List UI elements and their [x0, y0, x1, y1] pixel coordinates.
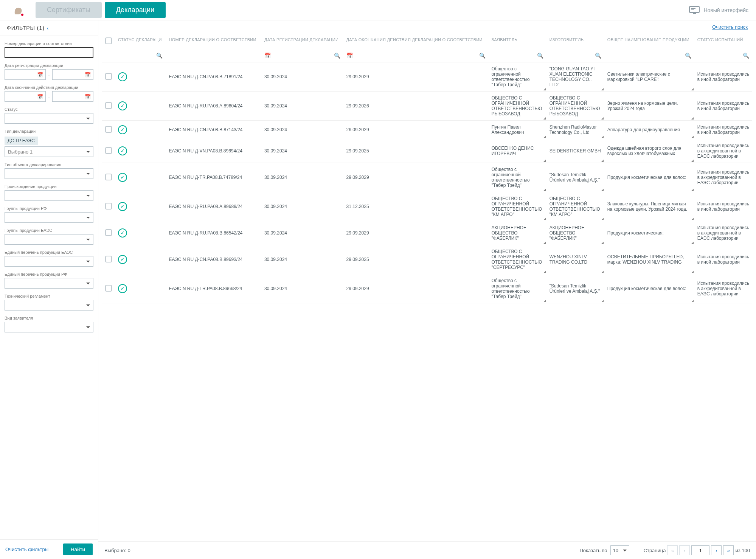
- pager-current[interactable]: [691, 545, 709, 555]
- find-button[interactable]: Найти: [63, 543, 93, 555]
- row-checkbox[interactable]: [105, 126, 112, 133]
- cell-product: Одежда швейная второго слоя для взрослых…: [604, 139, 694, 163]
- filter-groups-eaes-select[interactable]: [5, 234, 93, 245]
- row-checkbox[interactable]: [105, 174, 112, 180]
- page-size-select[interactable]: 10: [610, 545, 629, 555]
- pager-first[interactable]: «: [667, 545, 678, 555]
- table-row[interactable]: ✓ ЕАЭС N RU Д-TR.РА08.В.89668/24 30.09.2…: [102, 274, 752, 303]
- filter-status-select[interactable]: [5, 113, 93, 124]
- filter-reg-date-from[interactable]: 📅: [5, 69, 46, 80]
- select-all-checkbox[interactable]: [105, 37, 112, 44]
- collapse-filters-icon[interactable]: ‹: [47, 25, 48, 31]
- table-row[interactable]: ✓ ЕАЭС N RU Д-CN.РА08.В.87143/24 30.09.2…: [102, 121, 752, 139]
- svg-rect-3: [691, 8, 695, 9]
- calendar-icon: 📅: [85, 72, 91, 78]
- table-row[interactable]: ✓ ЕАЭС N RU Д-RU.РА08.В.86542/24 30.09.2…: [102, 221, 752, 245]
- cell-applicant: ОБЩЕСТВО С ОГРАНИЧЕННОЙ ОТВЕТСТВЕННОСТЬЮ…: [489, 192, 546, 221]
- search-icon: 🔍: [479, 53, 486, 59]
- cell-number: ЕАЭС N RU Д-CN.РА08.В.89693/24: [166, 245, 261, 274]
- cell-end-date: 29.09.2029: [343, 163, 489, 192]
- filter-tech-reg-select[interactable]: [5, 300, 93, 311]
- cell-manufacturer: АКЦИОНЕРНОЕ ОБЩЕСТВО "ФАБЕРЛИК": [546, 221, 604, 245]
- status-ok-icon: ✓: [118, 202, 127, 211]
- cell-test-status: Испытания проводились в аккредитованной …: [694, 274, 752, 303]
- new-interface-toggle[interactable]: Новый интерфейс: [689, 6, 748, 14]
- search-icon: 🔍: [743, 53, 749, 59]
- pager-next[interactable]: ›: [711, 545, 722, 555]
- col-filter-manufacturer[interactable]: 🔍: [550, 51, 601, 61]
- chevron-down-icon: [86, 261, 90, 262]
- row-checkbox[interactable]: [105, 256, 112, 262]
- cell-end-date: 29.09.2025: [343, 245, 489, 274]
- col-filter-end-date[interactable]: 📅🔍: [346, 51, 486, 61]
- search-icon: 🔍: [334, 53, 340, 59]
- clear-search-link[interactable]: Очистить поиск: [712, 24, 748, 30]
- table-row[interactable]: ✓ ЕАЭС N RU Д-RU.РА08.А.89604/24 30.09.2…: [102, 92, 752, 121]
- filter-end-date-to[interactable]: 📅: [52, 91, 93, 102]
- cell-number: ЕАЭС N RU Д-RU.РА08.А.89689/24: [166, 192, 261, 221]
- col-filter-applicant[interactable]: 🔍: [492, 51, 543, 61]
- table-row[interactable]: ✓ ЕАЭС N RU Д-RU.РА08.А.89689/24 30.09.2…: [102, 192, 752, 221]
- filter-reg-date-to[interactable]: 📅: [52, 69, 93, 80]
- pager-prev[interactable]: ‹: [679, 545, 690, 555]
- col-end-date: ДАТА ОКОНЧАНИЯ ДЕЙСТВИЯ ДЕКЛАРАЦИИ О СОО…: [343, 34, 489, 49]
- col-filter-product[interactable]: 🔍: [607, 51, 691, 61]
- col-filter-status[interactable]: 🔍: [118, 51, 163, 61]
- filter-type-select[interactable]: Выбрано 1: [5, 146, 93, 157]
- status-ok-icon: ✓: [118, 255, 127, 264]
- cell-reg-date: 30.09.2024: [261, 221, 343, 245]
- row-checkbox[interactable]: [105, 229, 112, 236]
- calendar-icon: 📅: [37, 72, 43, 78]
- cell-test-status: Испытания проводились в иной лаборатории: [694, 92, 752, 121]
- row-checkbox[interactable]: [105, 73, 112, 80]
- cell-end-date: 26.09.2029: [343, 121, 489, 139]
- search-icon: 🔍: [537, 53, 543, 59]
- pager-total: из 100: [735, 548, 750, 553]
- svg-rect-4: [691, 9, 694, 10]
- filter-list-rf-select[interactable]: [5, 278, 93, 289]
- pager-last[interactable]: »: [723, 545, 734, 555]
- filter-type-tag[interactable]: ДС ТР ЕАЭС: [5, 137, 38, 145]
- cell-number: ЕАЭС N RU Д-CN.РА08.В.87143/24: [166, 121, 261, 139]
- filter-applicant-type-label: Вид заявителя: [5, 316, 93, 320]
- table-row[interactable]: ✓ ЕАЭС N RU Д-TR.РА08.В.74789/24 30.09.2…: [102, 163, 752, 192]
- row-checkbox[interactable]: [105, 102, 112, 109]
- row-checkbox[interactable]: [105, 285, 112, 292]
- filter-groups-rf-select[interactable]: [5, 212, 93, 223]
- clear-filters-link[interactable]: Очистить фильтры: [5, 547, 48, 552]
- col-test-status: СТАТУС ИСПЫТАНИЙ: [694, 34, 752, 49]
- filter-applicant-type-select[interactable]: [5, 322, 93, 332]
- col-filter-test[interactable]: 🔍: [697, 51, 749, 61]
- table-row[interactable]: ✓ ЕАЭС N RU Д-CN.РА08.В.71891/24 30.09.2…: [102, 62, 752, 92]
- col-filter-reg-date[interactable]: 📅🔍: [264, 51, 340, 61]
- cell-applicant: АКЦИОНЕРНОЕ ОБЩЕСТВО "ФАБЕРЛИК": [489, 221, 546, 245]
- page-size-value: 10: [613, 548, 618, 553]
- date-separator: -: [48, 72, 50, 78]
- table-row[interactable]: ✓ ЕАЭС N RU Д-VN.РА08.В.89694/24 30.09.2…: [102, 139, 752, 163]
- page-label: Страница: [644, 548, 666, 553]
- content-footer: Выбрано: 0 Показать по 10 Страница « ‹ ›…: [98, 541, 756, 559]
- cell-reg-date: 30.09.2024: [261, 92, 343, 121]
- filter-origin-select[interactable]: [5, 190, 93, 201]
- cell-end-date: 29.09.2029: [343, 62, 489, 92]
- status-ok-icon: ✓: [118, 125, 127, 134]
- cell-reg-date: 30.09.2024: [261, 274, 343, 303]
- cell-end-date: 29.09.2029: [343, 274, 489, 303]
- chevron-down-icon: [86, 118, 90, 120]
- filter-obj-type-select[interactable]: [5, 168, 93, 179]
- cell-applicant: Общество с ограниченной ответственностью…: [489, 274, 546, 303]
- tab-certificates[interactable]: Сертификаты: [36, 2, 102, 18]
- filter-decl-number-label: Номер декларации о соответствии: [5, 41, 93, 46]
- tab-declarations[interactable]: Декларации: [105, 2, 166, 18]
- filter-decl-number-input[interactable]: [5, 47, 93, 58]
- table-row[interactable]: ✓ ЕАЭС N RU Д-CN.РА08.В.89693/24 30.09.2…: [102, 245, 752, 274]
- svg-rect-2: [693, 13, 696, 14]
- row-checkbox[interactable]: [105, 203, 112, 210]
- filter-list-eaes-select[interactable]: [5, 256, 93, 267]
- filter-end-date-from[interactable]: 📅: [5, 91, 46, 102]
- chevron-down-icon: [86, 239, 90, 241]
- chevron-down-icon: [86, 304, 90, 306]
- cell-product: Злаковые культуры. Пшеница мягкая на кор…: [604, 192, 694, 221]
- row-checkbox[interactable]: [105, 147, 112, 154]
- status-ok-icon: ✓: [118, 228, 127, 238]
